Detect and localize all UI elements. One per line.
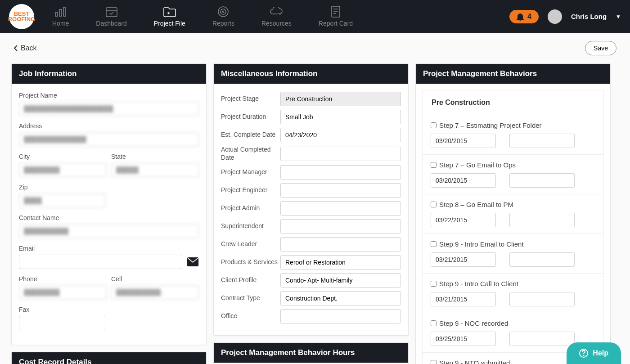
behavior-date2-input[interactable] [509,292,575,306]
svg-rect-2 [63,7,66,16]
behavior-date2-input[interactable] [509,134,575,148]
save-button[interactable]: Save [585,41,616,55]
mail-icon[interactable] [187,256,199,267]
misc-input[interactable] [280,92,401,106]
cost-record-panel: Cost Record Details PM Contract Date [11,352,207,364]
behavior-date1-input[interactable] [431,134,496,148]
label-project-name: Project Name [19,92,199,99]
misc-input[interactable] [280,237,401,252]
misc-input[interactable] [280,219,401,234]
bell-icon [517,13,524,21]
panel-title: Project Management Behaviors [416,64,610,84]
misc-input[interactable] [280,165,401,180]
nav-label: Report Card [319,20,353,27]
behavior-checkbox[interactable] [431,162,436,168]
help-button[interactable]: Help [567,342,621,364]
email-input[interactable] [19,255,182,269]
avatar[interactable] [548,9,562,24]
behaviors-panel: Project Management Behaviors Pre Constru… [415,63,611,364]
behavior-item: Step 9 - Intro Email to Client [423,234,603,274]
nav-resources[interactable]: Resources [261,6,292,27]
misc-input[interactable] [280,201,401,216]
fax-input[interactable] [19,316,105,330]
misc-row: Est. Complete Date [221,128,401,142]
label-email: Email [19,245,199,252]
misc-row: Contract Type [221,291,401,306]
behavior-date1-input[interactable] [431,173,496,188]
misc-row: Products & Services [221,255,401,270]
misc-label: Project Stage [221,95,280,103]
misc-input[interactable] [280,291,401,306]
misc-info-panel: Miscellaneous Information Project StageP… [213,63,409,336]
label-phone: Phone [19,275,107,283]
behavior-date1-input[interactable] [431,252,496,267]
nav-label: Reports [212,20,234,27]
project-name-input[interactable] [19,102,199,116]
misc-row: Crew Leader [221,237,401,252]
contact-name-input[interactable] [19,224,199,238]
misc-input[interactable] [280,273,401,288]
behavior-checkbox[interactable] [431,360,436,364]
svg-rect-10 [332,6,340,17]
svg-rect-0 [55,12,58,16]
help-label: Help [593,349,608,357]
label-address: Address [19,122,199,130]
misc-input[interactable] [280,183,401,198]
nav-project-file[interactable]: Project File [154,6,185,27]
cell-input[interactable] [111,285,199,300]
misc-input[interactable] [280,255,401,270]
behavior-date2-input[interactable] [509,332,575,346]
city-input[interactable] [19,163,107,177]
misc-row: Superintendent [221,219,401,234]
misc-label: Contract Type [221,294,280,302]
label-zip: Zip [19,184,105,191]
nav-reports[interactable]: Reports [212,6,234,27]
behavior-date2-input[interactable] [509,213,575,227]
behavior-checkbox[interactable] [431,122,436,128]
behavior-date2-input[interactable] [509,173,575,188]
state-input[interactable] [111,163,199,177]
nav-label: Dashboard [96,20,127,27]
svg-point-16 [584,355,584,355]
misc-label: Project Admin [221,204,280,212]
misc-row: Project Engineer [221,183,401,198]
behaviors-section-header: Pre Construction [422,90,604,115]
chevron-down-icon[interactable]: ▼ [616,13,621,20]
svg-point-8 [220,9,226,14]
back-button[interactable]: Back [14,44,37,52]
misc-label: Crew Leader [221,240,280,248]
nav-label: Project File [154,20,185,27]
label-fax: Fax [19,306,105,313]
misc-input[interactable] [280,128,401,142]
behavior-checkbox[interactable] [431,241,436,247]
misc-input[interactable] [280,110,401,124]
phone-input[interactable] [19,285,107,300]
misc-label: Project Duration [221,113,280,121]
behavior-checkbox[interactable] [431,320,436,326]
misc-input[interactable] [280,147,401,161]
panel-title: Miscellaneous Information [214,64,408,84]
nav-home[interactable]: Home [52,6,69,27]
behavior-date1-input[interactable] [431,213,496,227]
behavior-date2-input[interactable] [509,252,575,267]
logo: BEST ROOFING [9,4,34,29]
bar-chart-icon [55,6,67,17]
nav-dashboard[interactable]: Dashboard [96,6,127,27]
notification-count: 4 [527,13,531,21]
content: Job Information Project Name Address Cit… [0,63,630,364]
behavior-checkbox[interactable] [431,202,436,207]
misc-input[interactable] [280,309,401,324]
behavior-date1-input[interactable] [431,292,496,306]
behavior-label: Step 7 – Estimating Project Folder [439,121,542,129]
notification-badge[interactable]: 4 [509,10,539,23]
behavior-date1-input[interactable] [431,332,496,346]
nav-label: Resources [261,20,292,27]
misc-label: Project Manager [221,168,280,176]
nav-report-card[interactable]: Report Card [319,6,353,27]
page-toolbar: Back Save [0,33,630,63]
misc-row: Project Admin [221,201,401,216]
address-input[interactable] [19,132,199,147]
panel-title: Job Information [12,64,206,84]
behavior-checkbox[interactable] [431,281,436,287]
zip-input[interactable] [19,193,105,208]
